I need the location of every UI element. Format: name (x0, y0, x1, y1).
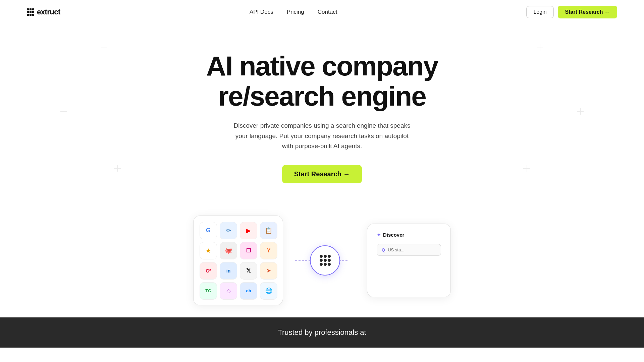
start-research-nav-button[interactable]: Start Research → (558, 6, 617, 18)
discover-spark-icon: ✦ (377, 232, 381, 238)
nav-link-contact[interactable]: Contact (318, 9, 337, 15)
search-text-label: US sta... (388, 247, 405, 252)
icon-star: ★ (200, 242, 217, 259)
footer-strip: Trusted by professionals at (0, 317, 644, 348)
icon-grid-card: G ✏ ▶ 📋 ★ 🐙 ❐ Y G² in 𝕏 ➤ TC ◇ cb 🌐 (193, 216, 283, 305)
center-circle (310, 245, 340, 276)
nav-link-api-docs[interactable]: API Docs (250, 9, 273, 15)
icon-docs: 📋 (260, 222, 277, 239)
icon-techcrunch: TC (200, 282, 217, 300)
icon-youtube: ▶ (240, 222, 257, 239)
deco-cross-1 (101, 44, 107, 51)
discover-card: ✦ Discover Q US sta... (367, 224, 451, 297)
nav-link-pricing[interactable]: Pricing (287, 9, 304, 15)
icon-edit: ✏ (220, 222, 237, 239)
center-grid-icon (320, 255, 331, 266)
deco-cross-5 (114, 165, 121, 172)
deco-cross-2 (537, 44, 543, 51)
logo-grid-icon (27, 8, 34, 16)
icon-misc1: ◇ (220, 282, 237, 300)
nav-links: API Docs Pricing Contact (250, 9, 337, 15)
deco-cross-6 (523, 165, 530, 172)
hero-heading: AI native company re/search engine (206, 51, 438, 111)
icon-twitter: 𝕏 (240, 262, 257, 280)
logo-text: extruct (37, 8, 60, 16)
search-q-label: Q (382, 247, 385, 252)
logo[interactable]: extruct (27, 8, 60, 16)
icon-g2: G² (200, 262, 217, 280)
icon-linkedin: in (220, 262, 237, 280)
start-research-hero-button[interactable]: Start Research → (282, 165, 362, 183)
icon-crunchbase: cb (240, 282, 257, 300)
hero-subtext: Discover private companies using a searc… (231, 121, 413, 151)
icon-github: 🐙 (220, 242, 237, 259)
icon-producthunt: ➤ (260, 262, 277, 280)
login-button[interactable]: Login (526, 6, 553, 18)
discover-search-bar[interactable]: Q US sta... (377, 244, 441, 256)
icon-web: 🌐 (260, 282, 277, 300)
discover-card-title: ✦ Discover (377, 232, 441, 238)
hero-section: AI native company re/search engine Disco… (0, 24, 644, 203)
illustration-area: G ✏ ▶ 📋 ★ 🐙 ❐ Y G² in 𝕏 ➤ TC ◇ cb 🌐 (0, 203, 644, 317)
icon-google: G (200, 222, 217, 239)
footer-trusted-text: Trusted by professionals at (278, 328, 366, 337)
navbar: extruct API Docs Pricing Contact Login S… (0, 0, 644, 24)
deco-cross-4 (577, 108, 584, 115)
icon-figma: ❐ (240, 242, 257, 259)
deco-cross-3 (60, 108, 67, 115)
nav-actions: Login Start Research → (526, 6, 617, 18)
icon-ycombinator: Y (260, 242, 277, 259)
